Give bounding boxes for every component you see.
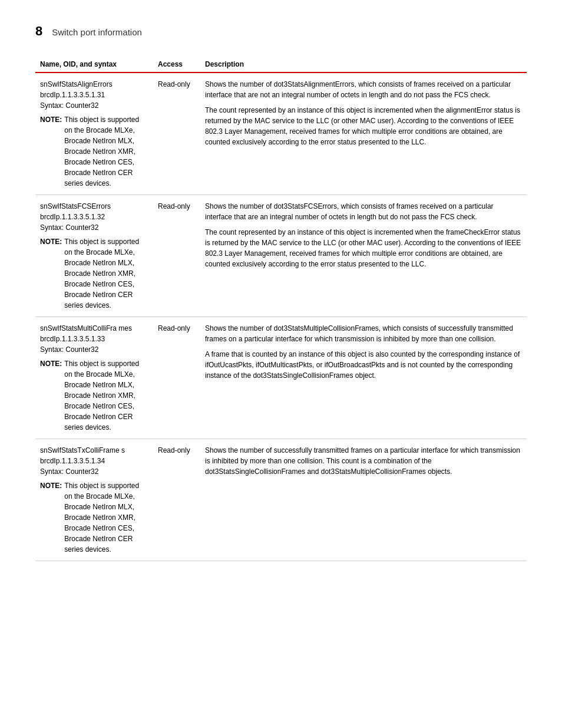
name-cell: snSwIfStatsTxColliFrame sbrcdIp.1.1.3.3.… [35, 439, 153, 561]
description-paragraph: A frame that is counted by an instance o… [205, 349, 522, 381]
table-row: snSwIfStatsMultiColliFra mesbrcdIp.1.1.3… [35, 317, 527, 439]
description-cell: Shows the number of dot3StatsFCSErrors, … [200, 195, 527, 317]
entry-syntax: Syntax: Counter32 [40, 222, 148, 233]
table-row: snSwIfStatsFCSErrorsbrcdIp.1.1.3.3.5.1.3… [35, 195, 527, 317]
entry-syntax: Syntax: Counter32 [40, 100, 148, 111]
name-cell: snSwIfStatsAlignErrorsbrcdIp.1.1.3.3.5.1… [35, 73, 153, 195]
name-cell: snSwIfStatsFCSErrorsbrcdIp.1.1.3.3.5.1.3… [35, 195, 153, 317]
name-cell: snSwIfStatsMultiColliFra mesbrcdIp.1.1.3… [35, 317, 153, 439]
description-cell: Shows the number of dot3StatsMultipleCol… [200, 317, 527, 439]
page-header: 8 Switch port information [35, 24, 527, 39]
description-paragraph: Shows the number of dot3StatsFCSErrors, … [205, 201, 522, 222]
entry-name: snSwIfStatsAlignErrors [40, 79, 148, 90]
entry-oid: brcdIp.1.1.3.3.5.1.32 [40, 212, 148, 222]
description-cell: Shows the number of successfully transmi… [200, 439, 527, 561]
note-text: This object is supported on the Brocade … [64, 358, 148, 433]
note-block: NOTE: This object is supported on the Br… [40, 358, 148, 433]
entry-syntax: Syntax: Counter32 [40, 466, 148, 477]
entry-name: snSwIfStatsTxColliFrame s [40, 445, 148, 456]
description-cell: Shows the number of dot3StatsAlignmentEr… [200, 73, 527, 195]
col-header-access: Access [153, 57, 200, 73]
page-number: 8 [35, 24, 42, 39]
note-label: NOTE: [40, 236, 62, 311]
note-text: This object is supported on the Brocade … [64, 480, 148, 555]
entry-oid: brcdIp.1.1.3.3.5.1.34 [40, 456, 148, 466]
note-block: NOTE: This object is supported on the Br… [40, 236, 148, 311]
note-block: NOTE: This object is supported on the Br… [40, 480, 148, 555]
access-cell: Read-only [153, 73, 200, 195]
col-header-name: Name, OID, and syntax [35, 57, 153, 73]
note-block: NOTE: This object is supported on the Br… [40, 114, 148, 189]
note-label: NOTE: [40, 480, 62, 555]
description-paragraph: Shows the number of dot3StatsMultipleCol… [205, 323, 522, 344]
note-label: NOTE: [40, 358, 62, 433]
main-table: Name, OID, and syntax Access Description… [35, 57, 527, 561]
access-cell: Read-only [153, 317, 200, 439]
access-cell: Read-only [153, 439, 200, 561]
table-body: snSwIfStatsAlignErrorsbrcdIp.1.1.3.3.5.1… [35, 73, 527, 561]
entry-name: snSwIfStatsMultiColliFra mes [40, 323, 148, 334]
note-label: NOTE: [40, 114, 62, 189]
table-row: snSwIfStatsTxColliFrame sbrcdIp.1.1.3.3.… [35, 439, 527, 561]
description-paragraph: The count represented by an instance of … [205, 227, 522, 269]
note-text: This object is supported on the Brocade … [64, 114, 148, 189]
entry-syntax: Syntax: Counter32 [40, 344, 148, 355]
description-paragraph: Shows the number of dot3StatsAlignmentEr… [205, 79, 522, 100]
description-paragraph: The count represented by an instance of … [205, 105, 522, 147]
table-header: Name, OID, and syntax Access Description [35, 57, 527, 73]
table-row: snSwIfStatsAlignErrorsbrcdIp.1.1.3.3.5.1… [35, 73, 527, 195]
note-text: This object is supported on the Brocade … [64, 236, 148, 311]
entry-oid: brcdIp.1.1.3.3.5.1.33 [40, 334, 148, 344]
page-title: Switch port information [52, 27, 142, 37]
entry-name: snSwIfStatsFCSErrors [40, 201, 148, 212]
access-cell: Read-only [153, 195, 200, 317]
col-header-description: Description [200, 57, 527, 73]
description-paragraph: Shows the number of successfully transmi… [205, 445, 522, 477]
entry-oid: brcdIp.1.1.3.3.5.1.31 [40, 90, 148, 100]
